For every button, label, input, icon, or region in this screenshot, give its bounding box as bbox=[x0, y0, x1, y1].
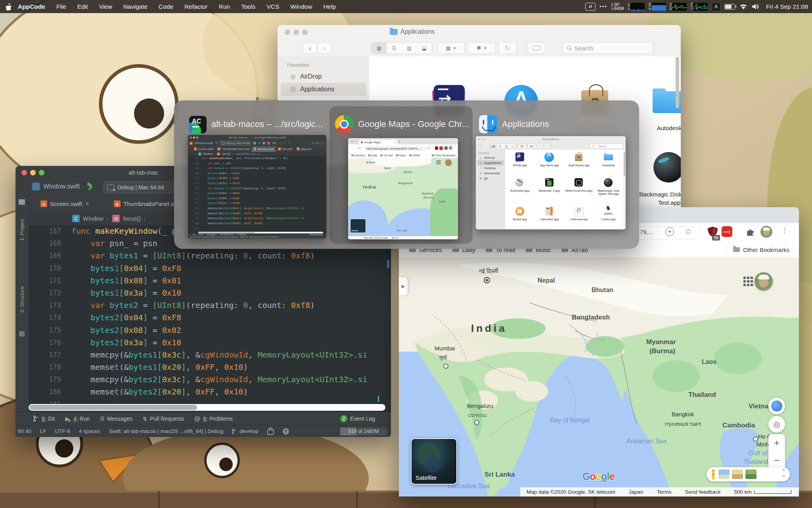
finder-titlebar[interactable]: Applications bbox=[278, 25, 681, 40]
git-toolwindow-button[interactable]: 9: Git bbox=[33, 416, 55, 422]
gallery-view-icon[interactable]: ⬓ bbox=[417, 45, 432, 51]
mini-app-alttab-app[interactable]: ⇄AltTab.app bbox=[505, 152, 535, 175]
sidebar-item-airdrop[interactable]: ◎ AirDrop bbox=[281, 70, 366, 83]
close-button[interactable] bbox=[285, 29, 290, 35]
imagery-thumb[interactable] bbox=[732, 470, 743, 479]
mini-bookmark-Daily[interactable]: Daily bbox=[368, 154, 377, 157]
thumbnail-title[interactable]: Applications bbox=[502, 119, 549, 129]
mini-other-bookmarks[interactable]: Other Bookmarks bbox=[432, 154, 456, 157]
horizontal-scrollbar[interactable] bbox=[29, 404, 385, 411]
column-view-icon[interactable]: ▥ bbox=[402, 45, 417, 51]
istat-memory[interactable]: MEM bbox=[649, 3, 666, 11]
mini-app-automator-app[interactable]: Automator.app bbox=[505, 177, 535, 204]
forward-button[interactable]: › bbox=[317, 42, 331, 54]
thumbnail-title[interactable]: Google Maps - Google Chr... bbox=[358, 119, 469, 129]
mini-app-bartender-3-app[interactable]: Bartender 3.app bbox=[535, 177, 565, 204]
lastpass-extension-icon[interactable]: •••| bbox=[722, 226, 732, 237]
menu-item-edit[interactable]: Edit bbox=[72, 3, 94, 10]
other-bookmarks-folder[interactable]: Other Bookmarks bbox=[733, 246, 789, 253]
satellite-toggle[interactable]: Satellite bbox=[411, 438, 457, 485]
istat-cpu[interactable]: CPU bbox=[628, 3, 645, 11]
tags-button[interactable] bbox=[527, 42, 546, 54]
view-switcher[interactable]: ▦ ☰ ▥ ⬓ bbox=[371, 42, 432, 54]
share-button[interactable]: ⎋ bbox=[498, 42, 517, 54]
mini-tab-Window.swift[interactable]: sWindow.swift bbox=[251, 146, 276, 152]
battery-icon[interactable] bbox=[724, 4, 735, 10]
apple-menu-icon[interactable] bbox=[6, 3, 12, 11]
zoom-in-button[interactable]: + bbox=[768, 434, 785, 452]
mini-app-blackmagic-disk-speed-test-app[interactable]: Blackmagic Disk Speed Test.app bbox=[594, 177, 624, 204]
volume-icon[interactable] bbox=[752, 3, 760, 10]
google-map[interactable]: नई दिल्लीNepalBhutanBangladeshIndiaMumba… bbox=[399, 257, 799, 496]
explore-globe-button[interactable] bbox=[768, 398, 785, 414]
input-source-menu[interactable]: A bbox=[712, 2, 720, 11]
alttab-menu-icon[interactable]: ⇄ bbox=[585, 3, 596, 11]
stripe-structure[interactable]: 2: Structure bbox=[19, 281, 25, 319]
event-log-button[interactable]: 2 Event Log bbox=[340, 415, 375, 422]
problems-toolwindow-button[interactable]: ! 6: Problems bbox=[194, 416, 233, 422]
mini-sidebar-Desktop[interactable]: ▢Desktop bbox=[477, 165, 504, 171]
menu-item-code[interactable]: Code bbox=[153, 3, 179, 10]
mini-tab-Screen.swift[interactable]: sScreen.swift bbox=[192, 146, 215, 152]
encoding[interactable]: UTF-8 bbox=[55, 428, 70, 434]
imagery-thumb[interactable] bbox=[718, 470, 730, 479]
memory-indicator[interactable]: 619 of 2487M bbox=[340, 427, 387, 435]
mini-app-autodesk[interactable]: Autodesk bbox=[594, 152, 624, 175]
link-japan[interactable]: Japan bbox=[629, 489, 643, 495]
minimize-button[interactable] bbox=[30, 170, 36, 175]
menu-item-vcs[interactable]: VCS bbox=[261, 3, 285, 10]
action-button[interactable]: ✱ ▼ bbox=[467, 42, 496, 54]
menu-item-run[interactable]: Run bbox=[213, 3, 236, 10]
build-hammer-icon[interactable] bbox=[86, 183, 95, 191]
link-feedback[interactable]: Send feedback bbox=[685, 489, 720, 495]
group-button[interactable]: ▦ ▼ bbox=[438, 42, 465, 54]
pull-requests-toolwindow-button[interactable]: ⇅ Pull Requests bbox=[143, 416, 184, 422]
mini-bookmark-Music[interactable]: Music bbox=[396, 154, 406, 157]
bookmark-star-icon[interactable]: ☆ bbox=[684, 227, 692, 236]
finder-thumbnail[interactable]: Applications ‹ › ▦☰▥▭ ▦▾ ✱▾ ⎋ ⬭ Search F… bbox=[476, 136, 626, 229]
tab-screen-swift[interactable]: s Screen.swift ✕ bbox=[36, 196, 94, 212]
mini-tab-ThumbnailsPanel.swift[interactable]: sThumbnailsPanel.swift bbox=[215, 146, 251, 152]
istat-dots-icon[interactable]: ••• bbox=[599, 4, 607, 10]
zoom-button[interactable] bbox=[302, 29, 308, 35]
mini-tab-gitignore[interactable]: sgitignore bbox=[295, 146, 314, 152]
indent-style[interactable]: 4 spaces bbox=[79, 428, 100, 434]
map-profile-avatar[interactable] bbox=[755, 272, 773, 291]
menu-item-view[interactable]: View bbox=[94, 3, 118, 10]
breadcrumb-item[interactable]: Window bbox=[83, 216, 103, 222]
zoom-icon[interactable]: + bbox=[665, 227, 674, 236]
istat-sensor[interactable]: SEN 36° 840M bbox=[611, 3, 624, 11]
mini-app-bettertouchtool-app[interactable]: BetterTouchTool.app bbox=[564, 177, 594, 204]
scrollbar[interactable] bbox=[676, 57, 679, 108]
appcode-thumbnail[interactable]: alt-tab-macos – .../src/logic/Window.swi… bbox=[188, 135, 326, 239]
mini-app-books-app[interactable]: Books.app bbox=[505, 206, 535, 229]
icon-view-icon[interactable]: ▦ bbox=[372, 42, 387, 54]
chrome-menu-icon[interactable]: ⋮ bbox=[781, 226, 788, 235]
istat-ssd[interactable]: SSD bbox=[670, 3, 687, 11]
mini-sidebar-AirDrop[interactable]: ◎AirDrop bbox=[477, 155, 504, 160]
google-apps-grid-icon[interactable] bbox=[743, 277, 753, 286]
finder-app-blackmagic-disk-speed-test-app[interactable]: Blackmagic Disk Speed Test.app bbox=[634, 150, 681, 207]
menu-item-help[interactable]: Help bbox=[318, 3, 341, 10]
lock-icon[interactable] bbox=[267, 429, 274, 435]
chrome-thumbnail[interactable]: Google Maps ✕ + ← → ⟳ https://www.google… bbox=[348, 138, 458, 239]
mini-bookmark-To read[interactable]: To read bbox=[380, 154, 393, 157]
close-button[interactable] bbox=[21, 170, 27, 175]
breadcrumb-item[interactable]: focus() bbox=[123, 216, 140, 222]
extensions-puzzle-icon[interactable] bbox=[745, 227, 755, 237]
url-text[interactable]: 79,... bbox=[640, 229, 653, 235]
search-input[interactable]: Search bbox=[562, 42, 653, 54]
mini-app-chess-app[interactable]: ♞Chess.app bbox=[594, 206, 624, 229]
line-separator[interactable]: LF bbox=[40, 428, 46, 434]
run-toolwindow-button[interactable]: ▶ 4: Run bbox=[65, 416, 90, 422]
caret-position[interactable]: 60:40 bbox=[18, 428, 31, 434]
mini-app-appcleaner-app[interactable]: ♻AppCleaner.app bbox=[564, 152, 594, 175]
inspections-icon[interactable]: ? bbox=[283, 428, 289, 435]
mini-app-calculator-app[interactable]: Calculator.app bbox=[535, 206, 565, 229]
my-location-button[interactable]: ◎ bbox=[768, 416, 785, 433]
finder-app-autodesk[interactable]: Autodesk bbox=[634, 83, 681, 132]
mini-bookmark-Services[interactable]: Services bbox=[351, 154, 365, 157]
menu-item-tools[interactable]: Tools bbox=[236, 3, 261, 10]
back-button[interactable]: ‹ bbox=[303, 42, 317, 54]
zoom-button[interactable] bbox=[39, 170, 44, 175]
